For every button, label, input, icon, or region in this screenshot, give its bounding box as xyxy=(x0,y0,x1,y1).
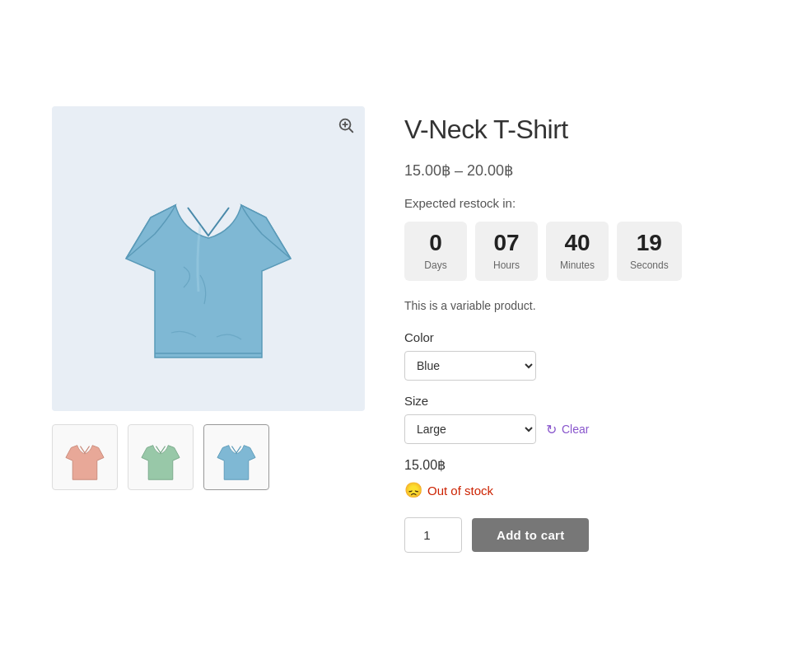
clear-button[interactable]: ↻ Clear xyxy=(546,422,589,437)
clear-label: Clear xyxy=(562,423,589,436)
countdown-minutes: 40 Minutes xyxy=(546,222,609,281)
restock-label: Expected restock in: xyxy=(404,196,760,210)
product-title: V-Neck T-Shirt xyxy=(404,115,760,145)
refresh-icon: ↻ xyxy=(546,422,557,437)
product-details: V-Neck T-Shirt 15.00฿ – 20.00฿ Expected … xyxy=(404,106,760,553)
countdown-minutes-value: 40 xyxy=(559,231,595,255)
size-select[interactable]: Large Small Medium XL xyxy=(404,414,536,444)
main-image xyxy=(52,106,365,411)
out-of-stock-icon: 😞 xyxy=(404,481,422,499)
countdown-seconds-value: 19 xyxy=(630,231,669,255)
color-option-group: Color Blue Pink Green xyxy=(404,330,760,381)
product-page: V-Neck T-Shirt 15.00฿ – 20.00฿ Expected … xyxy=(35,73,777,586)
size-option-group: Size Large Small Medium XL ↻ Clear xyxy=(404,394,760,444)
variable-text: This is a variable product. xyxy=(404,299,760,312)
color-select[interactable]: Blue Pink Green xyxy=(404,351,536,381)
thumbnail-pink[interactable] xyxy=(52,424,118,490)
countdown-hours-value: 07 xyxy=(488,231,525,255)
out-of-stock-text: Out of stock xyxy=(427,484,493,498)
main-shirt-illustration xyxy=(101,143,315,374)
add-to-cart-row: Add to cart xyxy=(404,517,760,553)
countdown-minutes-label: Minutes xyxy=(559,259,595,271)
thumbnail-blue[interactable] xyxy=(203,424,269,490)
color-label: Color xyxy=(404,330,760,344)
countdown-days-value: 0 xyxy=(418,231,454,255)
countdown-timer: 0 Days 07 Hours 40 Minutes 19 Seconds xyxy=(404,222,760,281)
product-price: 15.00฿ – 20.00฿ xyxy=(404,161,760,180)
countdown-seconds-label: Seconds xyxy=(630,259,669,271)
add-to-cart-button[interactable]: Add to cart xyxy=(472,518,589,552)
out-of-stock-notice: 😞 Out of stock xyxy=(404,481,760,499)
countdown-hours: 07 Hours xyxy=(475,222,538,281)
thumbnail-green[interactable] xyxy=(128,424,194,490)
countdown-seconds: 19 Seconds xyxy=(617,222,682,281)
add-to-cart-label: Add to cart xyxy=(497,528,564,542)
countdown-days: 0 Days xyxy=(404,222,467,281)
size-option-row: Large Small Medium XL ↻ Clear xyxy=(404,414,760,444)
variant-price: 15.00฿ xyxy=(404,457,760,473)
size-label: Size xyxy=(404,394,760,408)
countdown-hours-label: Hours xyxy=(488,259,525,271)
product-gallery xyxy=(52,106,365,490)
svg-line-1 xyxy=(349,129,352,132)
thumbnails xyxy=(52,424,365,490)
zoom-icon[interactable] xyxy=(337,116,355,138)
countdown-days-label: Days xyxy=(418,259,454,271)
quantity-input[interactable] xyxy=(404,517,462,553)
